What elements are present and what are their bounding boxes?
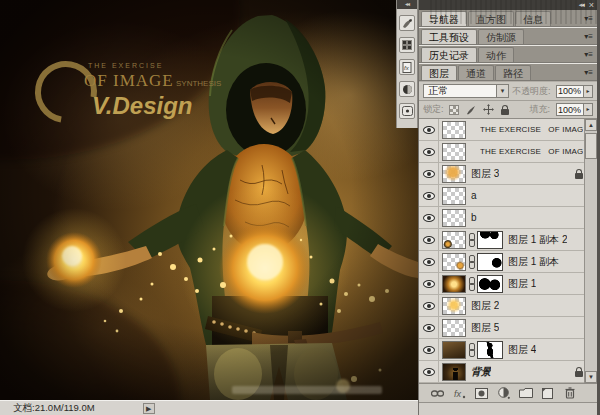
- visibility-toggle[interactable]: [419, 163, 439, 184]
- scroll-up-button[interactable]: ▲: [585, 119, 597, 131]
- layer-name[interactable]: 图层 1 副本 2: [508, 233, 567, 247]
- tab-navigator[interactable]: 导航器: [421, 11, 467, 26]
- layer-row-layer1-copy[interactable]: 图层 1 副本: [419, 251, 597, 273]
- adjustment-layer-button[interactable]: [496, 387, 511, 400]
- layer-row-layer4[interactable]: 图层 4: [419, 339, 597, 361]
- scrollbar-thumb[interactable]: [585, 133, 597, 159]
- tab-paths[interactable]: 路径: [495, 65, 531, 80]
- visibility-toggle[interactable]: [419, 251, 439, 272]
- layer-name[interactable]: THE EXERCISE OF IMAG ...: [480, 125, 583, 134]
- panel-menu-icon[interactable]: ▾≡: [584, 50, 593, 59]
- layer-thumbnail[interactable]: [442, 165, 466, 183]
- layer-row-layer5[interactable]: 图层 5: [419, 317, 597, 339]
- layer-thumbnail[interactable]: [442, 209, 466, 227]
- brushes-panel-icon[interactable]: [399, 15, 415, 31]
- layer-name[interactable]: 图层 5: [471, 321, 499, 335]
- layer-thumbnail[interactable]: [442, 319, 466, 337]
- tab-layers[interactable]: 图层: [421, 65, 457, 80]
- visibility-toggle[interactable]: [419, 119, 439, 140]
- layer-thumbnail[interactable]: [442, 253, 466, 271]
- layer-name[interactable]: 图层 1: [508, 277, 536, 291]
- layer-row-text-2[interactable]: THE EXERCISE OF IMAG: [419, 141, 597, 163]
- layer-name[interactable]: 图层 2: [471, 299, 499, 313]
- layer-row-a[interactable]: a: [419, 185, 597, 207]
- layer-name[interactable]: b: [471, 212, 477, 223]
- dock-collapse-header[interactable]: ◂◂: [397, 0, 417, 9]
- tab-histogram[interactable]: 直方图: [468, 11, 514, 26]
- visibility-toggle[interactable]: [419, 273, 439, 294]
- lock-icon: [575, 371, 583, 377]
- layer-row-b[interactable]: b: [419, 207, 597, 229]
- panel-menu-icon[interactable]: ▾≡: [584, 32, 593, 41]
- visibility-toggle[interactable]: [419, 295, 439, 316]
- opacity-input[interactable]: 100% ▸: [556, 85, 593, 98]
- layer-mask-thumbnail[interactable]: [477, 253, 503, 271]
- scrollbar-track[interactable]: [585, 131, 597, 371]
- layer-row-background[interactable]: 背景: [419, 361, 597, 383]
- mask-link-icon: [468, 343, 475, 356]
- layer-thumbnail[interactable]: [442, 275, 466, 293]
- layer-name[interactable]: 背景: [471, 365, 491, 379]
- layer-thumbnail[interactable]: [442, 341, 466, 359]
- visibility-toggle[interactable]: [419, 141, 439, 162]
- character-panel-icon[interactable]: [399, 37, 415, 53]
- masks-panel-icon[interactable]: [399, 81, 415, 97]
- visibility-toggle[interactable]: [419, 185, 439, 206]
- layer-style-button[interactable]: fx: [452, 387, 467, 400]
- panel-menu-icon[interactable]: ▾≡: [584, 68, 593, 77]
- tab-clone-source[interactable]: 仿制源: [478, 29, 524, 44]
- fill-input[interactable]: 100% ▸: [556, 103, 593, 116]
- mask-link-icon: [468, 255, 475, 268]
- status-bar-menu-arrow[interactable]: ▶: [143, 403, 155, 414]
- lock-all-button[interactable]: [499, 103, 512, 116]
- layer-name[interactable]: a: [471, 190, 477, 201]
- layer-thumbnail[interactable]: [442, 297, 466, 315]
- layer-name[interactable]: 图层 1 副本: [508, 255, 559, 269]
- logo-subtitle: SYNTHESIS: [176, 79, 221, 88]
- layer-thumbnail[interactable]: [442, 363, 466, 381]
- delete-layer-button[interactable]: [562, 387, 577, 400]
- layer-thumbnail[interactable]: [442, 143, 466, 161]
- layer-row-layer2[interactable]: 图层 2: [419, 295, 597, 317]
- layer-row-layer1-copy2[interactable]: 图层 1 副本 2: [419, 229, 597, 251]
- layer-mask-thumbnail[interactable]: [477, 275, 503, 293]
- link-layers-button[interactable]: [430, 387, 445, 400]
- lock-pixels-button[interactable]: [465, 103, 478, 116]
- blend-mode-select[interactable]: 正常 ▾: [423, 84, 509, 98]
- layer-comps-panel-icon[interactable]: [399, 103, 415, 119]
- layer-mask-thumbnail[interactable]: [477, 341, 503, 359]
- lock-position-button[interactable]: [482, 103, 495, 116]
- layer-name[interactable]: 图层 3: [471, 167, 499, 181]
- panel-menu-icon[interactable]: ▾≡: [584, 14, 593, 23]
- add-layer-mask-button[interactable]: [474, 387, 489, 400]
- layer-thumbnail[interactable]: [442, 187, 466, 205]
- tab-actions[interactable]: 动作: [478, 47, 514, 62]
- lock-transparency-button[interactable]: [448, 103, 461, 116]
- scroll-down-button[interactable]: ▼: [585, 371, 597, 383]
- visibility-toggle[interactable]: [419, 229, 439, 250]
- document-canvas[interactable]: THE EXERCISE OF IMAGE SYNTHESIS V.Design: [0, 0, 418, 400]
- tab-channels[interactable]: 通道: [458, 65, 494, 80]
- layer-row-layer1[interactable]: 图层 1: [419, 273, 597, 295]
- visibility-toggle[interactable]: [419, 207, 439, 228]
- new-layer-button[interactable]: [540, 387, 555, 400]
- tab-tool-presets[interactable]: 工具预设: [421, 29, 477, 44]
- tab-history[interactable]: 历史记录: [421, 47, 477, 62]
- layer-name[interactable]: THE EXERCISE OF IMAG: [480, 147, 583, 156]
- layer-list-scrollbar[interactable]: ▲ ▼: [584, 119, 597, 383]
- layer-thumbnail[interactable]: [442, 231, 466, 249]
- visibility-toggle[interactable]: [419, 361, 439, 382]
- close-panel-button[interactable]: ×: [589, 1, 594, 9]
- layer-row-text-1[interactable]: THE EXERCISE OF IMAG ...: [419, 119, 597, 141]
- new-group-button[interactable]: [518, 387, 533, 400]
- layer-mask-thumbnail[interactable]: [477, 231, 503, 249]
- layer-thumbnail[interactable]: [442, 121, 466, 139]
- layer-row-layer3[interactable]: 图层 3: [419, 163, 597, 185]
- tab-info[interactable]: 信息: [515, 11, 551, 26]
- layer-name[interactable]: 图层 4: [508, 343, 536, 357]
- status-bar: 文档:21.0M/119.0M ▶: [0, 400, 418, 415]
- visibility-toggle[interactable]: [419, 339, 439, 360]
- collapse-panels-button[interactable]: ◂◂: [579, 1, 584, 9]
- styles-panel-icon[interactable]: fx: [399, 59, 415, 75]
- visibility-toggle[interactable]: [419, 317, 439, 338]
